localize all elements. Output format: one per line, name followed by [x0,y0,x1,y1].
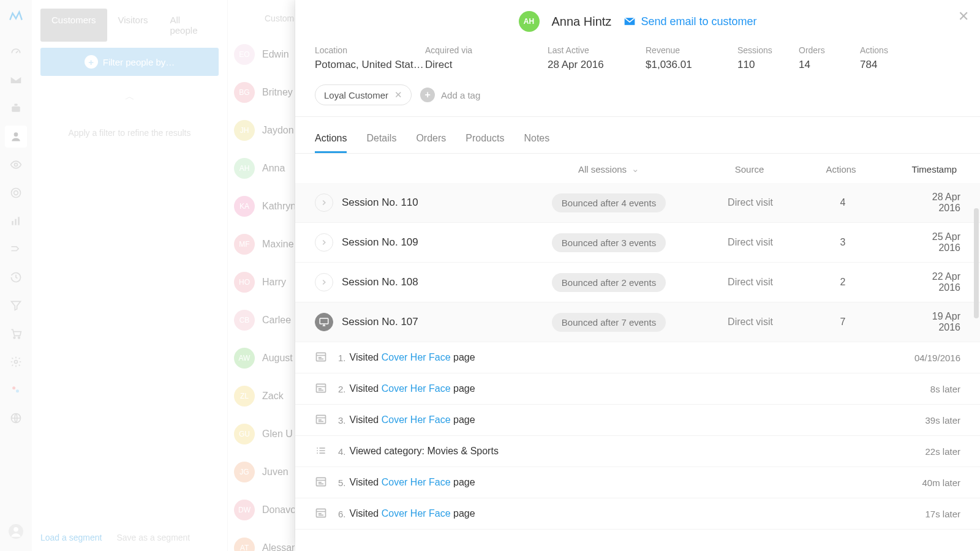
person-name: Edwin [262,49,289,60]
tab-actions[interactable]: Actions [315,126,347,153]
sessions-filter-dropdown[interactable]: All sessions ⌄ [492,163,725,174]
chevron-right-icon[interactable] [315,193,333,212]
chevron-right-icon[interactable] [315,233,333,252]
save-segment-link[interactable]: Save as a segment [116,533,190,542]
avatar: HO [234,272,255,293]
col-timestamp-label: Timestamp [908,164,960,174]
sparkle-icon[interactable] [5,379,27,401]
remove-tag-icon[interactable]: ✕ [394,89,402,100]
chevron-right-icon[interactable] [315,273,333,291]
list-item[interactable]: AWAugust [228,339,295,377]
event-link[interactable]: Cover Her Face [382,508,451,519]
tab-orders[interactable]: Orders [416,126,446,153]
list-item[interactable]: MFMaxine [228,225,295,263]
event-link[interactable]: Cover Her Face [382,383,451,394]
history-icon[interactable] [5,266,27,288]
people-list: Customer EOEdwinBGBritneyJHJaydonAHAnnaK… [228,0,295,551]
session-row[interactable]: Session No. 107Bounced after 7 eventsDir… [295,302,980,342]
avatar: KA [234,196,255,217]
person-name: Donavon [262,504,295,515]
eye-icon[interactable] [5,154,27,176]
list-item[interactable]: DWDonavon [228,491,295,529]
session-actions-count: 4 [775,197,910,208]
people-list-header: Customer [228,9,295,36]
list-item[interactable]: HOHarry [228,263,295,301]
event-timestamp: 17s later [925,509,960,519]
event-link[interactable]: Cover Her Face [382,352,451,362]
funnel-icon[interactable] [5,294,27,317]
svg-point-5 [14,191,18,195]
dashboard-icon[interactable] [5,41,27,63]
list-item[interactable]: ATAlessandro [228,529,295,551]
detail-tabs: Actions Details Orders Products Notes [295,126,980,154]
scrollbar[interactable] [974,208,979,318]
event-row: 1.Visited Cover Her Face page04/19/2016 [295,342,980,373]
tab-visitors[interactable]: Visitors [107,9,159,42]
tab-customers[interactable]: Customers [40,9,107,42]
person-name: Kathryn [262,201,295,212]
page-icon [315,351,328,364]
close-icon[interactable]: ✕ [958,9,969,24]
panel-header: AH Anna Hintz Send email to customer ✕ [295,0,980,40]
event-index: 4. [338,446,346,457]
session-row[interactable]: Session No. 109Bounced after 3 eventsDir… [295,223,980,263]
person-name: Carlee [262,315,291,326]
sessions-list: Session No. 110Bounced after 4 eventsDir… [295,183,980,551]
load-segment-link[interactable]: Load a segment [40,533,102,542]
list-item[interactable]: GUGlen U [228,415,295,453]
list-item[interactable]: KAKathryn [228,187,295,225]
list-item[interactable]: JGJuven [228,453,295,491]
tab-notes[interactable]: Notes [524,126,549,153]
event-link[interactable]: Cover Her Face [382,477,451,487]
event-link[interactable]: Cover Her Face [382,414,451,425]
inbox-icon[interactable] [5,69,27,91]
cart-icon[interactable] [5,323,27,345]
avatar: AW [234,348,255,369]
add-tag-label: Add a tag [441,90,480,100]
list-item[interactable]: AHAnna [228,149,295,187]
send-email-label: Send email to customer [641,15,756,28]
page-icon [315,507,328,520]
session-row[interactable]: Session No. 108Bounced after 2 eventsDir… [295,263,980,302]
svg-rect-7 [15,219,17,225]
bot-icon[interactable] [5,97,27,119]
people-icon[interactable] [5,126,27,148]
app-logo [6,6,26,26]
list-item[interactable]: JHJaydon [228,111,295,149]
session-row[interactable]: Session No. 110Bounced after 4 eventsDir… [295,183,980,223]
person-name: Harry [262,277,286,288]
svg-point-11 [15,361,18,364]
tab-details[interactable]: Details [366,126,396,153]
stat-actions-value: 784 [860,59,921,71]
filter-people-button[interactable]: + Filter people by… [40,48,219,76]
stat-sessions-label: Sessions [737,45,799,55]
profile-icon[interactable] [5,520,27,542]
tag-label: Loyal Customer [324,90,388,100]
globe-icon[interactable] [5,407,27,429]
stat-revenue-label: Revenue [646,45,737,55]
tab-products[interactable]: Products [466,126,504,153]
list-item[interactable]: ZLZack [228,377,295,415]
session-bounce: Bounced after 4 events [492,193,725,212]
list-item[interactable]: BGBritney [228,73,295,111]
event-text: Visited Cover Her Face page [350,352,475,363]
list-item[interactable]: CBCarlee [228,301,295,339]
list-item[interactable]: EOEdwin [228,36,295,73]
event-text: Visited Cover Her Face page [350,383,475,394]
stat-lastactive-label: Last Active [548,45,646,55]
person-name: Anna [262,163,285,174]
avatar: MF [234,234,255,255]
svg-point-4 [12,189,21,198]
person-name: Maxine [262,239,294,250]
tag-chip[interactable]: Loyal Customer ✕ [315,84,412,105]
target-icon[interactable] [5,182,27,204]
monitor-icon[interactable] [315,313,333,331]
add-tag-button[interactable]: + Add a tag [420,88,480,102]
tab-all-people[interactable]: All people [159,9,219,42]
bars-icon[interactable] [5,210,27,232]
gear-icon[interactable] [5,351,27,373]
flow-icon[interactable] [5,238,27,260]
session-name: Session No. 109 [342,236,492,249]
send-email-link[interactable]: Send email to customer [624,15,756,28]
event-index: 6. [338,509,346,519]
